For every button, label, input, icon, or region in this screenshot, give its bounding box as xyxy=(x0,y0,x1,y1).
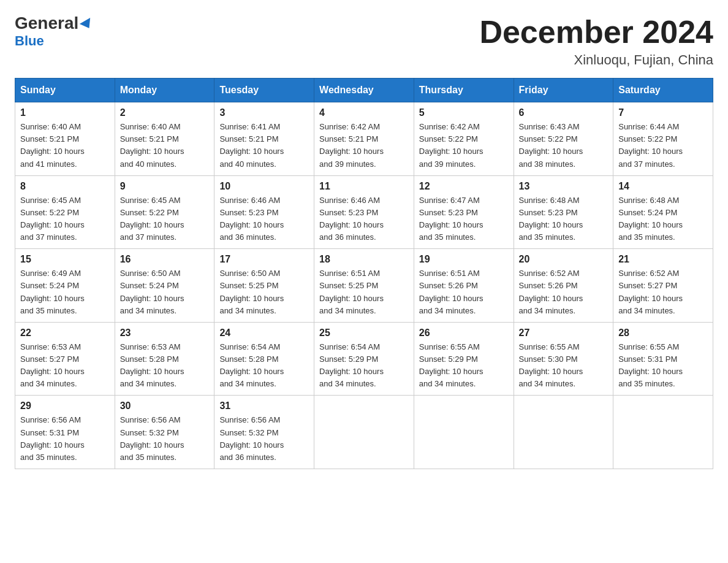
day-info: Sunrise: 6:50 AMSunset: 5:24 PMDaylight:… xyxy=(120,267,210,317)
day-number: 7 xyxy=(618,107,708,118)
table-row: 6 Sunrise: 6:43 AMSunset: 5:22 PMDayligh… xyxy=(514,102,613,176)
table-row: 13 Sunrise: 6:48 AMSunset: 5:23 PMDaylig… xyxy=(514,175,613,249)
page-header: General Blue December 2024 Xinluoqu, Fuj… xyxy=(15,15,713,68)
day-number: 10 xyxy=(219,181,309,192)
table-row: 7 Sunrise: 6:44 AMSunset: 5:22 PMDayligh… xyxy=(613,102,713,176)
table-row: 25 Sunrise: 6:54 AMSunset: 5:29 PMDaylig… xyxy=(314,322,414,396)
day-number: 6 xyxy=(519,107,609,118)
table-row: 14 Sunrise: 6:48 AMSunset: 5:24 PMDaylig… xyxy=(613,175,713,249)
table-row xyxy=(514,396,613,469)
logo-triangle-icon xyxy=(80,18,94,31)
day-number: 9 xyxy=(120,181,210,192)
day-info: Sunrise: 6:56 AMSunset: 5:32 PMDaylight:… xyxy=(219,414,309,464)
day-number: 11 xyxy=(319,181,409,192)
table-row xyxy=(613,396,713,469)
table-row: 2 Sunrise: 6:40 AMSunset: 5:21 PMDayligh… xyxy=(115,102,214,176)
table-row: 19 Sunrise: 6:51 AMSunset: 5:26 PMDaylig… xyxy=(414,249,514,323)
day-number: 16 xyxy=(120,254,210,265)
day-info: Sunrise: 6:52 AMSunset: 5:26 PMDaylight:… xyxy=(519,267,609,317)
logo-main: General xyxy=(15,15,93,32)
table-row: 30 Sunrise: 6:56 AMSunset: 5:32 PMDaylig… xyxy=(115,396,214,469)
day-info: Sunrise: 6:45 AMSunset: 5:22 PMDaylight:… xyxy=(120,194,210,244)
day-number: 31 xyxy=(219,400,309,412)
day-number: 23 xyxy=(120,327,210,339)
table-row: 31 Sunrise: 6:56 AMSunset: 5:32 PMDaylig… xyxy=(214,396,314,469)
logo: General Blue xyxy=(15,15,93,49)
day-info: Sunrise: 6:51 AMSunset: 5:26 PMDaylight:… xyxy=(419,267,509,317)
col-thursday: Thursday xyxy=(414,79,514,102)
day-info: Sunrise: 6:46 AMSunset: 5:23 PMDaylight:… xyxy=(319,194,409,244)
logo-sub: Blue xyxy=(15,33,44,49)
table-row: 15 Sunrise: 6:49 AMSunset: 5:24 PMDaylig… xyxy=(15,249,115,323)
day-number: 3 xyxy=(219,107,309,118)
table-row: 12 Sunrise: 6:47 AMSunset: 5:23 PMDaylig… xyxy=(414,175,514,249)
day-number: 19 xyxy=(419,254,509,265)
day-info: Sunrise: 6:43 AMSunset: 5:22 PMDaylight:… xyxy=(519,121,609,170)
table-row xyxy=(314,396,414,469)
table-row: 16 Sunrise: 6:50 AMSunset: 5:24 PMDaylig… xyxy=(115,249,214,323)
day-info: Sunrise: 6:50 AMSunset: 5:25 PMDaylight:… xyxy=(219,267,309,317)
table-row: 11 Sunrise: 6:46 AMSunset: 5:23 PMDaylig… xyxy=(314,175,414,249)
table-row: 21 Sunrise: 6:52 AMSunset: 5:27 PMDaylig… xyxy=(613,249,713,323)
table-row: 5 Sunrise: 6:42 AMSunset: 5:22 PMDayligh… xyxy=(414,102,514,176)
table-row: 29 Sunrise: 6:56 AMSunset: 5:31 PMDaylig… xyxy=(15,396,115,469)
day-number: 17 xyxy=(219,254,309,265)
day-info: Sunrise: 6:54 AMSunset: 5:29 PMDaylight:… xyxy=(319,341,409,391)
day-number: 13 xyxy=(519,181,609,192)
calendar-week-row: 29 Sunrise: 6:56 AMSunset: 5:31 PMDaylig… xyxy=(15,396,713,469)
day-number: 21 xyxy=(618,254,708,265)
table-row: 22 Sunrise: 6:53 AMSunset: 5:27 PMDaylig… xyxy=(15,322,115,396)
col-monday: Monday xyxy=(115,79,214,102)
day-number: 4 xyxy=(319,107,409,118)
day-info: Sunrise: 6:40 AMSunset: 5:21 PMDaylight:… xyxy=(20,121,110,170)
day-number: 14 xyxy=(618,181,708,192)
day-info: Sunrise: 6:42 AMSunset: 5:22 PMDaylight:… xyxy=(419,121,509,170)
day-info: Sunrise: 6:51 AMSunset: 5:25 PMDaylight:… xyxy=(319,267,409,317)
calendar-header-row: Sunday Monday Tuesday Wednesday Thursday… xyxy=(15,79,713,102)
day-info: Sunrise: 6:41 AMSunset: 5:21 PMDaylight:… xyxy=(219,121,309,170)
day-info: Sunrise: 6:48 AMSunset: 5:23 PMDaylight:… xyxy=(519,194,609,244)
day-number: 28 xyxy=(618,327,708,339)
day-info: Sunrise: 6:53 AMSunset: 5:27 PMDaylight:… xyxy=(20,341,110,391)
col-wednesday: Wednesday xyxy=(314,79,414,102)
day-info: Sunrise: 6:46 AMSunset: 5:23 PMDaylight:… xyxy=(219,194,309,244)
table-row: 18 Sunrise: 6:51 AMSunset: 5:25 PMDaylig… xyxy=(314,249,414,323)
day-number: 12 xyxy=(419,181,509,192)
day-info: Sunrise: 6:56 AMSunset: 5:32 PMDaylight:… xyxy=(120,414,210,464)
table-row: 1 Sunrise: 6:40 AMSunset: 5:21 PMDayligh… xyxy=(15,102,115,176)
calendar-week-row: 15 Sunrise: 6:49 AMSunset: 5:24 PMDaylig… xyxy=(15,249,713,323)
day-number: 30 xyxy=(120,400,210,412)
day-info: Sunrise: 6:53 AMSunset: 5:28 PMDaylight:… xyxy=(120,341,210,391)
day-info: Sunrise: 6:44 AMSunset: 5:22 PMDaylight:… xyxy=(618,121,708,170)
table-row: 8 Sunrise: 6:45 AMSunset: 5:22 PMDayligh… xyxy=(15,175,115,249)
day-info: Sunrise: 6:47 AMSunset: 5:23 PMDaylight:… xyxy=(419,194,509,244)
col-sunday: Sunday xyxy=(15,79,115,102)
day-number: 5 xyxy=(419,107,509,118)
day-info: Sunrise: 6:54 AMSunset: 5:28 PMDaylight:… xyxy=(219,341,309,391)
day-info: Sunrise: 6:49 AMSunset: 5:24 PMDaylight:… xyxy=(20,267,110,317)
day-number: 15 xyxy=(20,254,110,265)
day-info: Sunrise: 6:42 AMSunset: 5:21 PMDaylight:… xyxy=(319,121,409,170)
day-info: Sunrise: 6:55 AMSunset: 5:29 PMDaylight:… xyxy=(419,341,509,391)
table-row: 28 Sunrise: 6:55 AMSunset: 5:31 PMDaylig… xyxy=(613,322,713,396)
table-row: 23 Sunrise: 6:53 AMSunset: 5:28 PMDaylig… xyxy=(115,322,214,396)
day-info: Sunrise: 6:48 AMSunset: 5:24 PMDaylight:… xyxy=(618,194,708,244)
table-row xyxy=(414,396,514,469)
table-row: 10 Sunrise: 6:46 AMSunset: 5:23 PMDaylig… xyxy=(214,175,314,249)
day-number: 24 xyxy=(219,327,309,339)
table-row: 9 Sunrise: 6:45 AMSunset: 5:22 PMDayligh… xyxy=(115,175,214,249)
day-number: 27 xyxy=(519,327,609,339)
day-number: 18 xyxy=(319,254,409,265)
day-info: Sunrise: 6:56 AMSunset: 5:31 PMDaylight:… xyxy=(20,414,110,464)
table-row: 3 Sunrise: 6:41 AMSunset: 5:21 PMDayligh… xyxy=(214,102,314,176)
day-number: 29 xyxy=(20,400,110,412)
day-number: 8 xyxy=(20,181,110,192)
day-info: Sunrise: 6:55 AMSunset: 5:30 PMDaylight:… xyxy=(519,341,609,391)
location-title: Xinluoqu, Fujian, China xyxy=(479,52,713,68)
title-block: December 2024 Xinluoqu, Fujian, China xyxy=(479,15,713,68)
table-row: 20 Sunrise: 6:52 AMSunset: 5:26 PMDaylig… xyxy=(514,249,613,323)
table-row: 27 Sunrise: 6:55 AMSunset: 5:30 PMDaylig… xyxy=(514,322,613,396)
col-saturday: Saturday xyxy=(613,79,713,102)
calendar-week-row: 22 Sunrise: 6:53 AMSunset: 5:27 PMDaylig… xyxy=(15,322,713,396)
day-info: Sunrise: 6:40 AMSunset: 5:21 PMDaylight:… xyxy=(120,121,210,170)
